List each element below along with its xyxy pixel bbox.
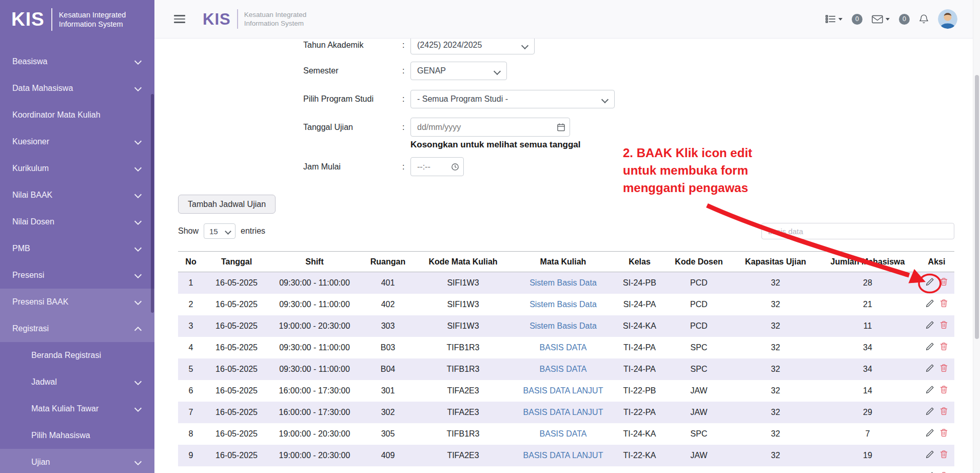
edit-icon[interactable]: [925, 450, 934, 459]
brand-name-line2: Information System: [244, 19, 307, 28]
delete-icon[interactable]: [939, 277, 948, 286]
column-header[interactable]: Shift: [269, 252, 360, 272]
sidebar-scrollbar[interactable]: [151, 94, 154, 313]
column-header[interactable]: Kode Dosen: [663, 252, 735, 272]
column-header[interactable]: Kelas: [616, 252, 663, 272]
main-scrollbar-thumb[interactable]: [975, 75, 979, 339]
sidebar-item[interactable]: Kurikulum: [0, 155, 154, 182]
brand-name-line1: Kesatuan Integrated: [244, 10, 307, 19]
column-header[interactable]: Tanggal: [204, 252, 269, 272]
sidebar-item[interactable]: Data Mahasiswa: [0, 75, 154, 102]
cell-kode-dosen: JAW: [663, 380, 735, 402]
sidebar-item-label: Kurikulum: [12, 164, 49, 173]
column-header[interactable]: Ruangan: [360, 252, 416, 272]
sidebar-item[interactable]: Nilai BAAK: [0, 182, 154, 209]
tanggal-ujian-input[interactable]: [410, 118, 570, 137]
mata-kuliah-link[interactable]: BASIS DATA: [540, 343, 587, 352]
delete-icon[interactable]: [939, 320, 948, 329]
edit-icon[interactable]: [925, 342, 934, 351]
tanggal-ujian-label: Tanggal Ujian: [303, 123, 402, 132]
sidebar-item-label: Kuesioner: [12, 137, 49, 146]
column-header[interactable]: Mata Kuliah: [510, 252, 616, 272]
search-input[interactable]: [761, 223, 954, 239]
sidebar-item[interactable]: Kuesioner: [0, 128, 154, 155]
sidebar-item[interactable]: Koordinator Mata Kuliah: [0, 102, 154, 128]
program-studi-row: Pilih Program Studi : - Semua Program St…: [303, 90, 973, 108]
edit-icon[interactable]: [925, 277, 934, 287]
sidebar-subitem[interactable]: Pilih Mahasiswa: [0, 422, 154, 449]
sidebar-item[interactable]: Presensi: [0, 262, 154, 289]
hamburger-menu-icon[interactable]: [172, 13, 187, 25]
cell-tanggal: 16-05-2025: [204, 337, 269, 358]
sidebar-item[interactable]: Nilai Dosen: [0, 209, 154, 235]
sidebar-subitem[interactable]: Mata Kuliah Tawar: [0, 395, 154, 422]
mata-kuliah-link[interactable]: BASIS DATA LANJUT: [523, 451, 603, 460]
page-size-select[interactable]: 15: [204, 223, 236, 239]
delete-icon[interactable]: [939, 342, 948, 351]
edit-icon[interactable]: [925, 299, 934, 308]
jam-mulai-input[interactable]: [410, 157, 464, 176]
column-header[interactable]: Kapasitas Ujian: [735, 252, 816, 272]
cell-aksi: [919, 380, 954, 402]
edit-icon[interactable]: [925, 407, 934, 416]
tasks-menu-button[interactable]: [826, 15, 842, 23]
cell-kode-dosen: PCD: [663, 315, 735, 337]
delete-icon[interactable]: [939, 385, 948, 394]
tahun-akademik-select[interactable]: (2425) 2024/2025: [410, 39, 535, 54]
cell-no: 3: [178, 315, 204, 337]
edit-icon[interactable]: [925, 320, 934, 330]
semester-select[interactable]: GENAP: [410, 62, 507, 80]
sidebar-item-label: PMB: [12, 244, 30, 253]
tahun-akademik-row: Tahun Akademik : (2425) 2024/2025: [303, 39, 973, 54]
jam-mulai-label: Jam Mulai: [303, 162, 402, 172]
mata-kuliah-link[interactable]: BASIS DATA: [540, 365, 587, 373]
brand-name: Kesatuan Integrated Information System: [244, 10, 307, 28]
mata-kuliah-link[interactable]: BASIS DATA LANJUT: [523, 408, 603, 417]
edit-icon[interactable]: [925, 428, 934, 438]
cell-kelas: TI-24-KA: [616, 423, 663, 445]
mata-kuliah-link[interactable]: Sistem Basis Data: [530, 321, 597, 330]
sidebar-subitem[interactable]: Ujian: [0, 449, 154, 473]
notifications-menu-button[interactable]: [919, 14, 929, 24]
edit-icon[interactable]: [925, 364, 934, 373]
delete-icon[interactable]: [939, 450, 948, 459]
delete-icon[interactable]: [939, 428, 948, 437]
delete-icon[interactable]: [939, 364, 948, 372]
cell-aksi: [919, 294, 954, 315]
cell-ruangan: 409: [360, 445, 416, 466]
cell-kapasitas-ujian: 32: [735, 402, 816, 423]
colon: :: [402, 162, 410, 172]
edit-icon[interactable]: [925, 385, 934, 394]
column-header[interactable]: Kode Mata Kuliah: [416, 252, 510, 272]
tambah-jadwal-ujian-button[interactable]: Tambah Jadwal Ujian: [178, 195, 276, 214]
delete-icon[interactable]: [939, 407, 948, 415]
exam-schedule-table: No Tanggal Shift Ruangan Kode Mata Kulia…: [178, 251, 954, 473]
cell-tanggal: 16-05-2025: [204, 402, 269, 423]
edit-icon[interactable]: [925, 471, 934, 473]
cell-kelas: [616, 466, 663, 473]
avatar[interactable]: [938, 9, 957, 29]
mata-kuliah-link[interactable]: Sistem Basis Data: [530, 300, 597, 309]
cell-ruangan: B04: [360, 358, 416, 380]
column-header[interactable]: Aksi: [919, 252, 954, 272]
sidebar-subitem[interactable]: Jadwal: [0, 369, 154, 395]
cell-ruangan: 301: [360, 380, 416, 402]
sidebar-item[interactable]: Presensi BAAK: [0, 289, 154, 315]
mata-kuliah-link[interactable]: BASIS DATA LANJUT: [523, 386, 603, 395]
messages-menu-button[interactable]: [872, 15, 890, 24]
program-studi-select[interactable]: - Semua Program Studi -: [410, 90, 615, 108]
sidebar-item[interactable]: PMB: [0, 235, 154, 262]
column-header[interactable]: No: [178, 252, 204, 272]
mata-kuliah-link[interactable]: Sistem Basis Data: [530, 278, 597, 287]
cell-mata-kuliah: Sistem Basis Data: [510, 315, 616, 337]
cell-shift: 19:00:00 - 20:30:00: [269, 315, 360, 337]
chevron-icon: [135, 326, 141, 332]
sidebar-item[interactable]: Registrasi: [0, 315, 154, 342]
sidebar-subitem[interactable]: Beranda Registrasi: [0, 342, 154, 369]
sidebar-item[interactable]: Beasiswa: [0, 48, 154, 75]
mata-kuliah-link[interactable]: BASIS DATA: [540, 429, 587, 438]
delete-icon[interactable]: [939, 299, 948, 308]
cell-aksi: [919, 272, 954, 294]
column-header[interactable]: Jumlah Mahasiswa: [816, 252, 919, 272]
cell-kelas: SI-24-PA: [616, 294, 663, 315]
